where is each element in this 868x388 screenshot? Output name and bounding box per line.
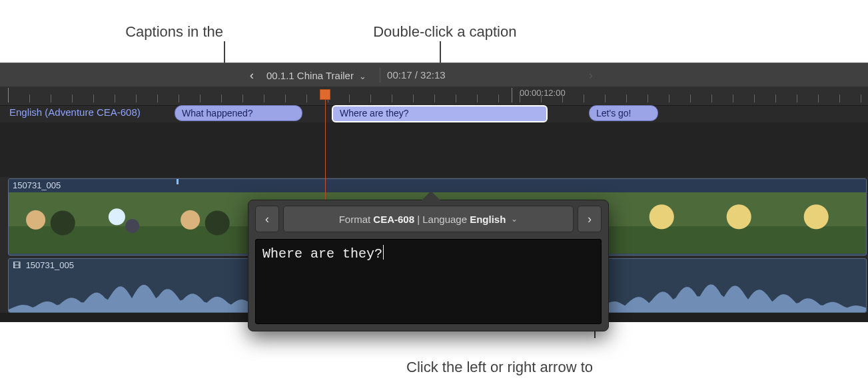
project-title-text: 00.1.1 China Trailer <box>266 70 354 81</box>
ruler-tick-minor <box>541 95 542 102</box>
ruler-tick-minor <box>29 95 30 102</box>
ruler-tick-minor <box>136 95 137 102</box>
chevron-down-icon: ⌄ <box>356 71 373 81</box>
caption-text-content: Where are they? <box>262 246 382 262</box>
ruler-tick-minor <box>221 95 222 102</box>
clip-title-bar <box>9 179 866 192</box>
caption-clip-text: What happened? <box>182 108 253 118</box>
ruler-tick-minor <box>754 95 755 102</box>
ruler-tick-minor <box>797 95 797 102</box>
ruler-tick-minor <box>264 95 264 102</box>
format-value: CEA-608 <box>373 214 414 225</box>
clip-thumbnail <box>704 192 782 254</box>
caption-clip[interactable]: What happened? <box>175 105 302 121</box>
caption-clip[interactable]: Where are they? <box>332 105 548 122</box>
caption-clip[interactable]: Let's go! <box>589 105 658 121</box>
clip-thumbnail <box>163 192 241 254</box>
annotation-text: Click the left or right arrow to <box>406 359 593 375</box>
caption-next-button[interactable]: › <box>578 206 602 232</box>
ruler-tick-minor <box>775 95 776 102</box>
separator: | <box>414 214 422 225</box>
clip-thumbnail <box>86 192 164 254</box>
ruler-tick-minor <box>498 95 499 102</box>
filmstrip-icon <box>13 260 23 270</box>
clip-thumbnail <box>627 192 705 254</box>
ruler-tick-minor <box>669 95 669 102</box>
ruler-tick-minor <box>306 95 307 102</box>
ruler-tick-minor <box>839 95 840 102</box>
caption-prev-button[interactable]: ‹ <box>255 206 279 232</box>
project-title-dropdown[interactable]: 00.1.1 China Trailer ⌄ <box>264 70 376 81</box>
audio-clip-name: 150731_005 <box>26 260 74 270</box>
project-timecode: 00:17 / 32:13 <box>380 68 446 83</box>
ruler-tick-minor <box>626 95 627 102</box>
ruler-tick-minor <box>51 95 51 102</box>
timeline-gap <box>0 122 868 177</box>
caption-editor-toolbar: ‹ Format CEA-608 | Language English ⌄ › <box>248 200 608 232</box>
ruler-tick-minor <box>733 95 733 102</box>
caption-format-language-dropdown[interactable]: Format CEA-608 | Language English ⌄ <box>283 206 574 232</box>
ruler-tick-major <box>512 88 512 102</box>
ruler-tick-minor <box>200 95 201 102</box>
ruler-tick-minor <box>477 95 478 102</box>
ruler-tick-minor <box>413 95 414 102</box>
ruler-tick-minor <box>456 95 456 102</box>
caption-clip-text: Let's go! <box>596 108 632 118</box>
caption-editor-popover: ‹ Format CEA-608 | Language English ⌄ › … <box>248 200 609 331</box>
ruler-tick-minor <box>72 95 73 102</box>
ruler-tick-minor <box>711 95 712 102</box>
clip-title: 150731_005 <box>13 180 61 190</box>
clip-thumbnail <box>781 192 859 254</box>
timeline-history-forward-button[interactable]: › <box>579 69 603 83</box>
annotation-text: Captions in the <box>125 23 223 40</box>
ruler-tick-minor <box>434 95 435 102</box>
ruler-tick-minor <box>392 95 392 102</box>
annotation-nav-arrows: Click the left or right arrow to navigat… <box>373 339 593 388</box>
clip-in-marker <box>177 179 179 184</box>
caption-clip-text: Where are they? <box>340 108 409 118</box>
ruler-tick-major <box>8 88 9 102</box>
timeline-ruler[interactable]: 00:00:12:00 <box>0 87 868 106</box>
ruler-tick-minor <box>818 95 819 102</box>
text-caret <box>383 245 384 260</box>
timeline-titlebar: ‹ 00.1.1 China Trailer ⌄ 00:17 / 32:13 › <box>0 63 868 88</box>
ruler-tick-minor <box>370 95 371 102</box>
caption-lane: What happened?Where are they?Let's go! <box>0 105 868 121</box>
ruler-tick-minor <box>562 95 563 102</box>
annotation-text: Double-click a caption <box>373 23 516 40</box>
ruler-tick-minor <box>648 95 648 102</box>
language-label: Language <box>422 214 467 225</box>
ruler-tick-minor <box>861 95 861 102</box>
ruler-tick-minor <box>115 95 115 102</box>
ruler-tick-minor <box>157 95 158 102</box>
ruler-tick-minor <box>605 95 606 102</box>
caption-text-editor[interactable]: Where are they? <box>255 239 602 324</box>
chevron-down-icon: ⌄ <box>511 214 518 224</box>
ruler-tick-minor <box>285 95 286 102</box>
ruler-tick-minor <box>520 95 520 102</box>
audio-clip-title: 150731_005 <box>13 260 74 270</box>
ruler-tick-minor <box>179 95 179 102</box>
format-label: Format <box>339 214 371 225</box>
language-value: English <box>470 214 506 225</box>
clip-thumbnail <box>859 192 867 254</box>
ruler-tick-minor <box>349 95 350 102</box>
ruler-tick-minor <box>690 95 691 102</box>
clip-thumbnail <box>9 192 87 254</box>
ruler-tick-minor <box>242 95 243 102</box>
timeline-history-back-button[interactable]: ‹ <box>240 69 264 83</box>
ruler-tick-minor <box>93 95 94 102</box>
ruler-tick-minor <box>584 95 584 102</box>
